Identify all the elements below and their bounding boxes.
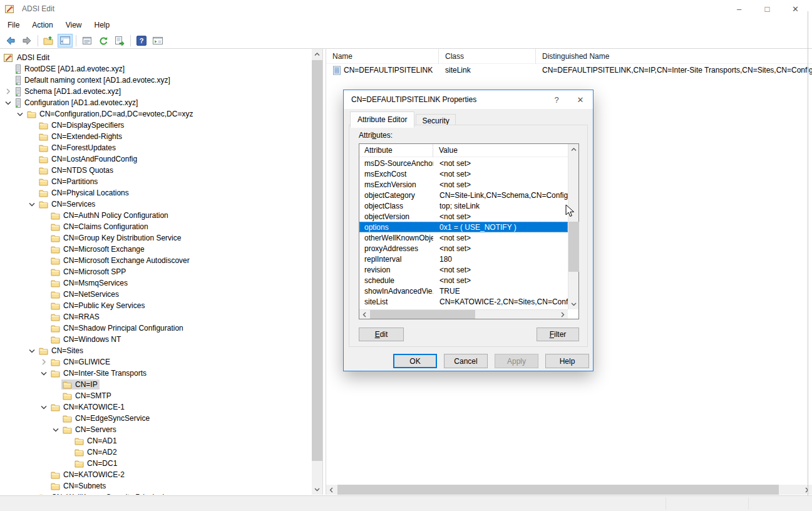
tree-item-cn-inter-site-transports[interactable]: CN=Inter-Site Transports xyxy=(0,368,312,379)
scroll-down-icon[interactable] xyxy=(568,299,579,309)
tree-item-cn-partitions[interactable]: CN=Partitions xyxy=(0,176,312,187)
edit-button[interactable]: Edit xyxy=(359,328,404,341)
attributes-scroll-thumb[interactable] xyxy=(568,222,579,272)
tree-item-cn-windows-nt[interactable]: CN=Windows NT xyxy=(0,334,312,345)
column-header-dn[interactable]: Distinguished Name xyxy=(536,49,812,64)
scroll-right-icon[interactable] xyxy=(557,310,568,319)
chevron-down-icon[interactable] xyxy=(38,368,49,378)
tab-attribute-editor[interactable]: Attribute Editor xyxy=(350,111,414,128)
tree-scroll-thumb[interactable] xyxy=(312,60,322,461)
chevron-down-icon[interactable] xyxy=(38,402,49,412)
help-button[interactable]: Help xyxy=(545,354,589,368)
tree-item-cn-shadow-principal-configuration[interactable]: CN=Shadow Principal Configuration xyxy=(0,323,312,334)
tree-item-cn-ad2[interactable]: CN=AD2 xyxy=(0,446,312,458)
tree-item-cn-microsoft-exchange[interactable]: CN=Microsoft Exchange xyxy=(0,244,312,255)
menu-view[interactable]: View xyxy=(59,19,88,31)
attribute-row-msexchcost[interactable]: msExchCost<not set> xyxy=(359,168,568,179)
chevron-down-icon[interactable] xyxy=(14,109,26,119)
attribute-row-showinadvancedvie-[interactable]: showInAdvancedVie...TRUE xyxy=(359,286,568,296)
column-header-attribute[interactable]: Attribute xyxy=(359,144,433,157)
chevron-down-icon[interactable] xyxy=(26,346,38,356)
menu-help[interactable]: Help xyxy=(88,19,116,31)
column-header-value[interactable]: Value xyxy=(433,146,458,155)
tree-item-cn-extended-rights[interactable]: CN=Extended-Rights xyxy=(0,131,312,142)
attribute-row-schedule[interactable]: schedule<not set> xyxy=(359,275,568,286)
tree-item-cn-katowice-1[interactable]: CN=KATOWICE-1 xyxy=(0,401,312,413)
tree-item-cn-ad1[interactable]: CN=AD1 xyxy=(0,435,312,446)
tree-item-cn-authn-policy-configuration[interactable]: CN=AuthN Policy Configuration xyxy=(0,210,312,221)
filter-button[interactable]: Filter xyxy=(537,328,579,341)
tree-item-cn-microsoft-spp[interactable]: CN=Microsoft SPP xyxy=(0,266,312,277)
attributes-hscroll-thumb[interactable] xyxy=(370,310,475,319)
attribute-row-objectversion[interactable]: objectVersion<not set> xyxy=(359,211,568,222)
refresh-icon[interactable] xyxy=(96,34,111,48)
column-header-name[interactable]: Name xyxy=(326,49,439,64)
tree-item-rootdse-ad1-ad-evotec-xyz-[interactable]: RootDSE [AD1.ad.evotec.xyz] xyxy=(0,63,312,75)
tree-item-cn-dc1[interactable]: CN=DC1 xyxy=(0,458,312,469)
attributes-horizontal-scrollbar[interactable] xyxy=(359,309,568,319)
tree-item-schema-ad1-ad-evotec-xyz-[interactable]: Schema [AD1.ad.evotec.xyz] xyxy=(0,86,312,97)
tree-item-cn-katowice-2[interactable]: CN=KATOWICE-2 xyxy=(0,469,312,480)
attribute-row-options[interactable]: options0x1 = ( USE_NOTIFY ) xyxy=(359,222,568,232)
chevron-right-icon[interactable] xyxy=(38,357,49,367)
list-item-defaultipsitelink[interactable]: CN=DEFAULTIPSITELINK siteLink CN=DEFAULT… xyxy=(326,64,812,76)
tree-item-cn-claims-configuration[interactable]: CN=Claims Configuration xyxy=(0,221,312,232)
tree-item-cn-forestupdates[interactable]: CN=ForestUpdates xyxy=(0,142,312,153)
attribute-row-proxyaddresses[interactable]: proxyAddresses<not set> xyxy=(359,243,568,254)
chevron-right-icon[interactable] xyxy=(3,86,14,96)
attribute-row-msexchversion[interactable]: msExchVersion<not set> xyxy=(359,179,568,190)
scroll-left-icon[interactable] xyxy=(326,485,337,495)
up-one-level-icon[interactable] xyxy=(41,34,56,48)
tree-item-cn-ip[interactable]: CN=IP xyxy=(0,379,312,390)
tree-item-cn-wellknown-security-principals[interactable]: CN=WellKnown Security Principals xyxy=(0,492,312,495)
close-icon[interactable]: ✕ xyxy=(781,0,809,18)
tree-item-cn-sites[interactable]: CN=Sites xyxy=(0,345,312,356)
chevron-down-icon[interactable] xyxy=(26,199,38,209)
scroll-right-icon[interactable] xyxy=(801,485,812,495)
attribute-row-sitelist[interactable]: siteListCN=KATOWICE-2,CN=Sites,CN=Config… xyxy=(359,296,568,307)
attribute-row-otherwellknownobje-[interactable]: otherWellKnownObje...<not set> xyxy=(359,232,568,243)
attributes-vertical-scrollbar[interactable] xyxy=(568,144,578,309)
back-icon[interactable] xyxy=(3,34,18,48)
attribute-row-objectcategory[interactable]: objectCategoryCN=Site-Link,CN=Schema,CN=… xyxy=(359,190,568,200)
tree-item-cn-group-key-distribution-service[interactable]: CN=Group Key Distribution Service xyxy=(0,232,312,244)
dialog-close-icon[interactable]: ✕ xyxy=(570,90,590,109)
tree-item-cn-netservices[interactable]: CN=NetServices xyxy=(0,289,312,300)
tree-item-default-naming-context-ad1-ad-evotec-xyz-[interactable]: Default naming context [AD1.ad.evotec.xy… xyxy=(0,75,312,86)
list-scroll-thumb[interactable] xyxy=(337,485,779,495)
tree-item-cn-rras[interactable]: CN=RRAS xyxy=(0,311,312,323)
dialog-help-icon[interactable]: ? xyxy=(547,90,567,109)
tree-item-cn-servers[interactable]: CN=Servers xyxy=(0,424,312,435)
forward-icon[interactable] xyxy=(19,34,34,48)
attribute-row-replinterval[interactable]: replInterval180 xyxy=(359,254,568,264)
list-horizontal-scrollbar[interactable] xyxy=(326,485,812,495)
menu-file[interactable]: File xyxy=(1,19,26,31)
export-list-icon[interactable] xyxy=(112,34,127,48)
chevron-down-icon[interactable] xyxy=(50,425,61,435)
tree-item-cn-edgesyncservice[interactable]: CN=EdgeSyncService xyxy=(0,413,312,424)
tree-item-cn-microsoft-exchange-autodiscover[interactable]: CN=Microsoft Exchange Autodiscover xyxy=(0,255,312,266)
help-icon[interactable]: ? xyxy=(134,34,149,48)
tree-item-cn-smtp[interactable]: CN=SMTP xyxy=(0,390,312,401)
cancel-button[interactable]: Cancel xyxy=(444,354,488,368)
new-window-icon[interactable] xyxy=(150,34,165,48)
chevron-down-icon[interactable] xyxy=(3,98,14,108)
tree-item-cn-physical-locations[interactable]: CN=Physical Locations xyxy=(0,187,312,199)
scroll-down-icon[interactable] xyxy=(312,484,322,495)
tree-item-cn-ntds-quotas[interactable]: CN=NTDS Quotas xyxy=(0,165,312,176)
minimize-icon[interactable]: – xyxy=(725,0,753,18)
tree-item-configuration-ad1-ad-evotec-xyz-[interactable]: Configuration [AD1.ad.evotec.xyz] xyxy=(0,97,312,108)
properties-icon[interactable] xyxy=(80,34,95,48)
tree-item-cn-gliwice[interactable]: CN=GLIWICE xyxy=(0,356,312,368)
tree-item-cn-services[interactable]: CN=Services xyxy=(0,199,312,210)
show-console-tree-icon[interactable] xyxy=(58,34,73,48)
menu-action[interactable]: Action xyxy=(26,19,59,31)
tree-item-cn-subnets[interactable]: CN=Subnets xyxy=(0,480,312,492)
maximize-icon[interactable]: □ xyxy=(753,0,781,18)
column-header-class[interactable]: Class xyxy=(439,49,536,64)
tree-item-cn-configuration-dc-ad-dc-evotec-dc-xyz[interactable]: CN=Configuration,DC=ad,DC=evotec,DC=xyz xyxy=(0,108,312,120)
ok-button[interactable]: OK xyxy=(393,354,437,368)
tree-item-cn-displayspecifiers[interactable]: CN=DisplaySpecifiers xyxy=(0,120,312,131)
tree-item-cn-public-key-services[interactable]: CN=Public Key Services xyxy=(0,300,312,311)
apply-button[interactable]: Apply xyxy=(495,354,538,368)
